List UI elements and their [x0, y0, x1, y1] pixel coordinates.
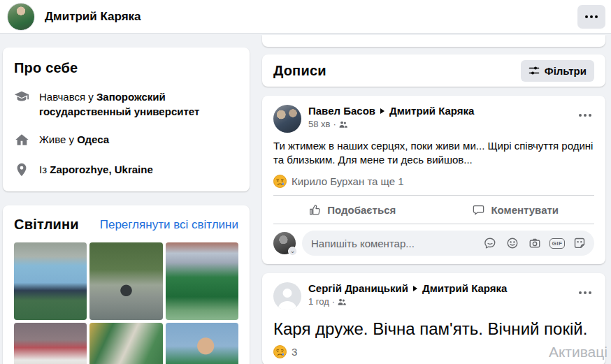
hometown-name[interactable]: Zaporozhye, Ukraine [50, 163, 153, 175]
sad-reaction-icon [273, 175, 287, 188]
facebook-profile-page: Дмитрий Каряка Про себе Навчався у Запор… [0, 0, 611, 364]
photo-thumbnail[interactable] [89, 323, 162, 364]
reactions-names[interactable]: Кирило Бурхан та ще 1 [292, 175, 404, 187]
post-author-name[interactable]: Павел Басов [308, 105, 375, 117]
shared-to-arrow-icon [380, 108, 384, 114]
post-target-name[interactable]: Дмитрий Каряка [389, 105, 474, 117]
education-text: Навчався у Запорожский государственный у… [39, 89, 238, 119]
post-author-avatar[interactable] [273, 105, 301, 133]
post-actions: Подобається Коментувати [262, 196, 605, 224]
emoji-icon[interactable] [503, 234, 522, 252]
posts-header-card: Дописи Фільтри [262, 54, 605, 87]
comment-input-pill[interactable]: GIF [302, 231, 594, 256]
home-icon [14, 132, 31, 149]
previous-card-cutoff [262, 35, 605, 47]
hometown-text: Із Zaporozhye, Ukraine [39, 162, 153, 177]
filters-button[interactable]: Фільтри [521, 60, 594, 82]
graduation-cap-icon [14, 89, 31, 106]
photos-title: Світлини [14, 217, 79, 233]
about-item-education: Навчався у Запорожский государственный у… [14, 89, 238, 119]
photo-thumbnail[interactable] [14, 242, 87, 320]
education-prefix: Навчався у [39, 91, 96, 103]
gif-icon[interactable]: GIF [548, 234, 566, 252]
comment-bubble-icon [472, 203, 485, 217]
like-label: Подобається [327, 204, 396, 216]
post: Павел Басов Дмитрий Каряка 58 хв · [262, 96, 605, 264]
friends-privacy-icon [339, 120, 347, 129]
location-pin-icon [14, 162, 31, 179]
city-prefix: Живе у [39, 133, 77, 145]
profile-header: Дмитрий Каряка [0, 0, 611, 34]
chevron-down-icon[interactable]: ⌄ [288, 247, 297, 256]
photos-card: Світлини Переглянути всі світлини [3, 205, 250, 364]
comment-button[interactable]: Коментувати [434, 198, 598, 221]
shared-to-arrow-icon [413, 286, 417, 291]
reactions-summary[interactable]: Кирило Бурхан та ще 1 [262, 173, 605, 195]
filters-label: Фільтри [545, 65, 587, 77]
post-text: Ти жтимеж в наших серцях, поки живи ми..… [262, 133, 605, 173]
post-target-name[interactable]: Дмитрий Каряка [422, 282, 507, 294]
comment-composer: ⌄ GIF [262, 224, 605, 264]
page-title: Дмитрий Каряка [45, 10, 141, 24]
hometown-prefix: Із [39, 163, 50, 175]
about-card: Про себе Навчався у Запорожский государс… [3, 48, 250, 191]
gif-label: GIF [549, 238, 566, 249]
windows-activation-watermark: Активаці [549, 344, 608, 361]
left-column: Про себе Навчався у Запорожский государс… [3, 34, 250, 364]
meta-separator: · [333, 119, 336, 129]
ellipsis-icon [579, 114, 591, 117]
ellipsis-icon [579, 291, 591, 294]
see-all-photos-link[interactable]: Переглянути всі світлини [100, 218, 238, 232]
about-item-hometown: Із Zaporozhye, Ukraine [14, 162, 238, 179]
reactions-count[interactable]: 3 [292, 346, 297, 358]
post-author-avatar[interactable] [273, 282, 301, 310]
comment-input[interactable] [311, 238, 481, 249]
city-name[interactable]: Одеса [77, 133, 109, 145]
friends-privacy-icon [338, 298, 346, 306]
photo-thumbnail[interactable] [166, 323, 238, 364]
about-item-city: Живе у Одеса [14, 132, 238, 149]
header-more-button[interactable] [577, 5, 605, 29]
photo-thumbnail[interactable] [166, 242, 238, 320]
comment-label: Коментувати [491, 204, 559, 216]
post-options-button[interactable] [573, 286, 597, 300]
feed-column: Дописи Фільтри Павел Б [262, 34, 605, 364]
about-title: Про себе [14, 60, 238, 76]
like-button[interactable]: Подобається [271, 198, 434, 221]
post-text: Каря друже. Вічна пам'ять. Вічний покій. [262, 310, 605, 344]
post-timestamp[interactable]: 1 год [308, 296, 329, 307]
thumbs-up-icon [308, 203, 322, 217]
filters-icon [529, 65, 540, 76]
photo-thumbnail[interactable] [14, 323, 87, 364]
avatar-sticker-icon[interactable] [481, 234, 499, 252]
city-text: Живе у Одеса [39, 132, 109, 147]
meta-separator: · [332, 296, 335, 307]
ellipsis-icon [585, 15, 598, 18]
photo-grid [14, 242, 238, 364]
sad-reaction-icon [273, 345, 287, 358]
post-author-name[interactable]: Сергій Драницький [308, 282, 408, 294]
post-options-button[interactable] [573, 108, 597, 122]
post-timestamp[interactable]: 58 хв [308, 119, 330, 129]
photo-thumbnail[interactable] [89, 242, 162, 320]
sticker-icon[interactable] [570, 234, 589, 252]
camera-icon[interactable] [526, 234, 544, 252]
posts-title: Дописи [273, 63, 326, 79]
profile-avatar[interactable] [7, 3, 35, 31]
